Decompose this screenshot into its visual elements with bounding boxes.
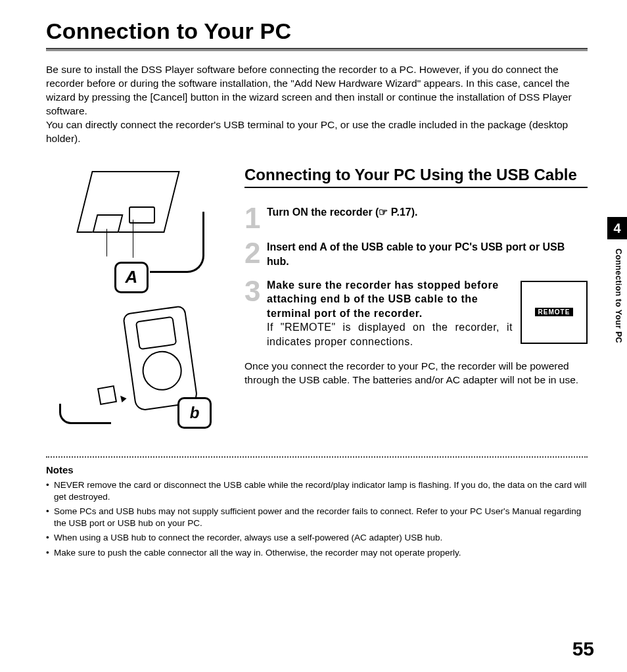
section-subtitle: Connecting to Your PC Using the USB Cabl…: [244, 166, 588, 184]
step-text: Insert end A of the USB cable to your PC…: [267, 241, 565, 267]
notes-heading: Notes: [46, 464, 588, 475]
step-1: 1 Turn ON the recorder (☞ P.17).: [244, 205, 588, 231]
power-note: Once you connect the recorder to your PC…: [244, 360, 588, 387]
remote-label: REMOTE: [535, 308, 574, 316]
page-number: 55: [572, 638, 594, 660]
subtitle-rule: [244, 187, 588, 188]
remote-display-figure: REMOTE: [521, 281, 588, 344]
title-rule: [46, 48, 588, 51]
note-item: Make sure to push the cable connector al…: [46, 547, 588, 559]
chapter-tab: 4: [607, 217, 627, 239]
note-item: When using a USB hub to connect the reco…: [46, 532, 588, 544]
step-tail: If "REMOTE" is displayed on the recorder…: [267, 320, 513, 348]
side-chapter-label: Connection to Your PC: [614, 249, 623, 343]
intro-text: Be sure to install the DSS Player softwa…: [46, 63, 588, 146]
figure-usb-to-recorder: ▲ b: [53, 305, 223, 430]
step-text: Turn ON the recorder (☞ P.17).: [267, 206, 417, 218]
step-number: 3: [244, 278, 259, 349]
callout-badge-b: b: [177, 397, 212, 429]
notes-list: NEVER remove the card or disconnect the …: [46, 479, 588, 559]
callout-badge-a: A: [114, 262, 149, 293]
dotted-divider: [46, 456, 588, 458]
step-number: 2: [244, 240, 259, 268]
step-text: Make sure the recorder has stopped befor…: [267, 279, 499, 319]
step-3: 3 Make sure the recorder has stopped bef…: [244, 278, 513, 349]
step-2: 2 Insert end A of the USB cable to your …: [244, 240, 588, 268]
page-title: Connection to Your PC: [46, 18, 588, 44]
note-item: Some PCs and USB hubs may not supply suf…: [46, 506, 588, 529]
step-number: 1: [244, 205, 259, 231]
figure-usb-to-pc: A: [72, 166, 204, 291]
arrow-icon: ▲: [114, 390, 130, 406]
note-item: NEVER remove the card or disconnect the …: [46, 479, 588, 503]
